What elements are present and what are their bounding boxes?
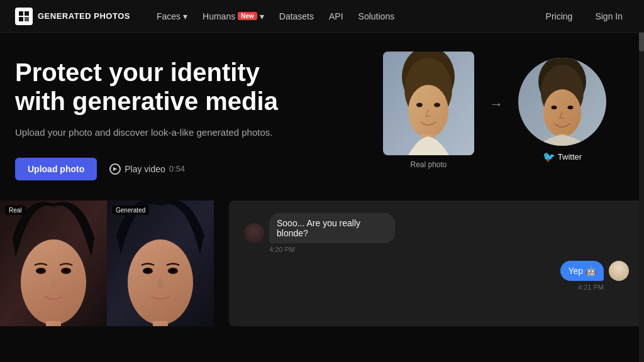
face-comparison-card: Real <box>0 200 214 326</box>
real-tag: Real <box>5 206 26 215</box>
twitter-photo-container: 🐦 Twitter <box>518 58 606 163</box>
time-out: 4:21 PM <box>244 283 604 291</box>
real-photo-image <box>383 52 474 155</box>
real-photo-label: Real photo <box>410 160 447 169</box>
generated-face-half: Generated <box>107 200 214 326</box>
svg-point-8 <box>416 103 423 107</box>
svg-point-24 <box>64 268 68 272</box>
chevron-down-icon: ▾ <box>183 11 187 21</box>
chat-avatar-out <box>609 261 629 281</box>
play-icon: ▶ <box>109 163 121 175</box>
svg-rect-25 <box>46 321 61 326</box>
hero-subtitle: Upload your photo and discover look-a-li… <box>15 126 279 140</box>
svg-point-16 <box>552 106 557 109</box>
bubble-out: Yep 🤖 <box>560 261 604 281</box>
chat-message-in: Sooo... Are you really blonde? <box>244 213 629 243</box>
svg-point-7 <box>408 85 448 138</box>
hero-section: Protect your identitywith generative med… <box>0 33 644 180</box>
chat-avatar-in <box>244 223 264 243</box>
nav-links: Faces ▾ Humans New ▾ Datasets API Soluti… <box>150 8 540 25</box>
play-video-button[interactable]: ▶ Play video 0:54 <box>109 163 185 175</box>
svg-rect-0 <box>19 11 23 16</box>
hero-actions: Upload photo ▶ Play video 0:54 <box>15 158 279 180</box>
logo-icon <box>15 8 33 25</box>
nav-item-solutions[interactable]: Solutions <box>352 8 401 25</box>
chevron-down-icon: ▾ <box>260 11 264 21</box>
svg-point-9 <box>434 103 440 107</box>
nav-item-datasets[interactable]: Datasets <box>273 8 320 25</box>
upload-photo-button[interactable]: Upload photo <box>15 158 97 180</box>
real-face-half: Real <box>0 200 107 326</box>
twitter-label: 🐦 Twitter <box>543 151 582 163</box>
sign-in-button[interactable]: Sign In <box>589 8 629 25</box>
twitter-photo-image <box>518 58 606 146</box>
hero-comparison: Real photo → <box>383 52 606 169</box>
nav-item-faces[interactable]: Faces ▾ <box>150 8 194 25</box>
navbar: GENERATED PHOTOS Faces ▾ Humans New ▾ Da… <box>0 0 644 33</box>
twitter-icon: 🐦 <box>543 151 555 163</box>
svg-point-31 <box>171 268 175 272</box>
hero-title: Protect your identitywith generative med… <box>15 58 279 116</box>
svg-point-17 <box>568 106 574 109</box>
logo[interactable]: GENERATED PHOTOS <box>15 8 130 25</box>
real-photo-container: Real photo <box>383 52 474 169</box>
nav-right: Pricing Sign In <box>540 8 629 25</box>
svg-rect-2 <box>19 17 23 21</box>
svg-point-23 <box>39 268 43 272</box>
nav-item-humans[interactable]: Humans New ▾ <box>196 8 270 25</box>
chat-card: Sooo... Are you really blonde? 4:20 PM Y… <box>229 200 644 326</box>
logo-text: GENERATED PHOTOS <box>38 11 130 21</box>
nav-item-api[interactable]: API <box>323 8 350 25</box>
svg-point-30 <box>146 268 150 272</box>
bottom-cards: Real <box>0 200 644 326</box>
hero-left: Protect your identitywith generative med… <box>15 58 279 180</box>
bubble-in: Sooo... Are you really blonde? <box>269 213 395 243</box>
time-in: 4:20 PM <box>269 246 629 253</box>
chat-message-out: Yep 🤖 <box>244 261 629 281</box>
new-badge: New <box>238 12 257 20</box>
svg-rect-1 <box>25 11 29 16</box>
generated-tag: Generated <box>112 206 149 215</box>
arrow-icon: → <box>489 96 503 112</box>
nav-pricing[interactable]: Pricing <box>540 8 579 25</box>
svg-rect-3 <box>25 17 29 21</box>
svg-rect-32 <box>153 321 168 326</box>
